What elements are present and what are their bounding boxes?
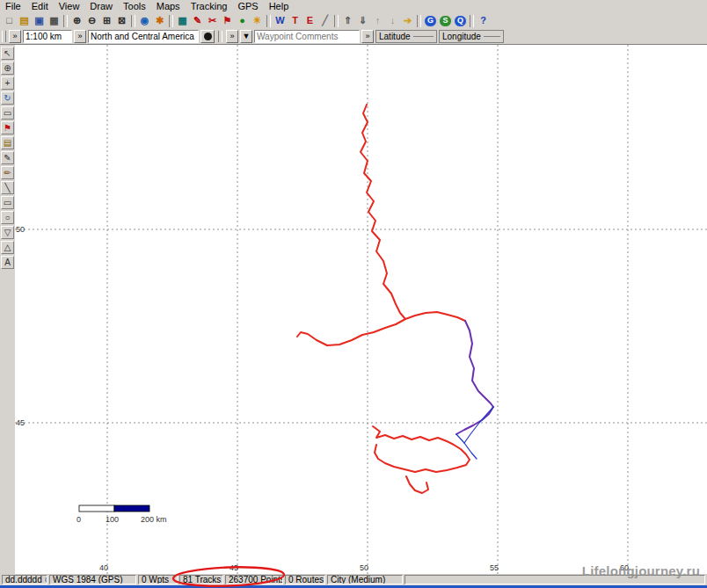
status-position-label: dd.ddddd: [5, 576, 42, 584]
status-datum: WGS 1984 (GPS): [49, 575, 136, 584]
new-map-button[interactable]: □: [2, 13, 17, 28]
waypoint-find-button[interactable]: »: [361, 30, 374, 43]
status-waypoints: 0 Wpts: [138, 575, 178, 584]
brightness-button[interactable]: ☀: [250, 13, 265, 28]
track-download-button[interactable]: ↓: [385, 13, 400, 28]
status-routes: 0 Routes: [285, 575, 325, 584]
ellipse-tool-button[interactable]: ○: [1, 211, 14, 224]
map-area[interactable]: 404550556050450100200 km: [15, 44, 707, 575]
track-cut-button[interactable]: ✂: [205, 13, 220, 28]
show-map-eye-button[interactable]: ◉: [137, 13, 152, 28]
gps-track-red-south-hook: [406, 476, 428, 493]
waypoint-overflow-button[interactable]: »: [226, 30, 238, 43]
menu-bar: FileEditViewDrawToolsMapsTrackingGPSHelp: [0, 0, 707, 12]
longitude-box[interactable]: Longitude: [439, 30, 504, 43]
zoom-full-button[interactable]: ⊠: [114, 13, 129, 28]
gps-track-purple-to-cluster: [456, 407, 493, 434]
menu-tracking[interactable]: Tracking: [186, 0, 233, 12]
web-link-s-button[interactable]: S: [439, 15, 452, 27]
help-button[interactable]: ?: [476, 13, 491, 28]
watermark: Lifelongjourney.ru: [582, 563, 700, 578]
moving-map-button[interactable]: ➔: [400, 13, 415, 28]
waypoint-list-button[interactable]: W: [273, 13, 288, 28]
status-map-detail-label: City (Medium): [331, 576, 385, 584]
gps-track-purple-east: [465, 321, 493, 407]
status-waypoints-label: 0 Wpts: [142, 576, 169, 584]
select-region-button[interactable]: ▭: [1, 106, 14, 120]
web-link-g-button[interactable]: G: [424, 15, 437, 27]
longitude-label: Longitude: [442, 32, 481, 41]
nav-toolbar: » » » ▼ » Latitude Longitude: [0, 29, 707, 44]
scalebar-segment-1: [79, 505, 114, 512]
ruler-button[interactable]: ╱: [317, 13, 332, 28]
toolbar-separator: [266, 15, 271, 27]
pencil-tool-button[interactable]: ✎: [1, 151, 14, 164]
latitude-box[interactable]: Latitude: [375, 30, 437, 43]
layers-button[interactable]: ▤: [1, 136, 14, 149]
map-name-input[interactable]: [88, 30, 199, 43]
refresh-map-button[interactable]: ↻: [1, 91, 14, 105]
event-list-button[interactable]: E: [302, 13, 317, 28]
status-routes-label: 0 Routes: [288, 576, 324, 584]
route-flag-button[interactable]: ⚑: [220, 13, 235, 28]
open-file-button[interactable]: ▤: [17, 13, 32, 28]
toolbar-separator: [63, 15, 68, 27]
waypoint-dropdown-button[interactable]: ▼: [240, 30, 252, 43]
waypoint-comments-input[interactable]: [254, 30, 360, 43]
text-tool-button[interactable]: A: [1, 256, 14, 269]
rectangle-tool-button[interactable]: ▭: [1, 196, 14, 209]
axis-label-x: 50: [360, 563, 368, 572]
axis-label-x: 45: [230, 563, 238, 572]
print-button[interactable]: ▦: [47, 13, 62, 28]
status-tracks: 81 Tracks: [179, 575, 223, 584]
pointer-tool-button[interactable]: ↖: [1, 47, 14, 60]
gps-track-red-east-branch: [405, 312, 465, 321]
menu-gps[interactable]: GPS: [232, 0, 263, 12]
track-ok-button[interactable]: ●: [235, 13, 250, 28]
status-position: dd.ddddd◍: [2, 575, 47, 584]
pan-tool-button[interactable]: +: [1, 76, 14, 90]
track-edit-button[interactable]: ✎: [190, 13, 205, 28]
gps-download-button[interactable]: ⇓: [355, 13, 370, 28]
menu-tools[interactable]: Tools: [118, 0, 151, 12]
menu-draw[interactable]: Draw: [84, 0, 118, 12]
axis-label-y: 45: [16, 418, 25, 427]
menu-edit[interactable]: Edit: [26, 0, 54, 12]
toolbar-grip[interactable]: [2, 31, 6, 42]
axis-label-x: 55: [490, 563, 499, 572]
gps-track-blue-2: [456, 434, 464, 443]
find-map-button[interactable]: [200, 30, 215, 43]
zoom-overflow-button[interactable]: »: [9, 30, 21, 43]
menu-file[interactable]: File: [0, 0, 26, 12]
gps-upload-button[interactable]: ⇑: [340, 13, 355, 28]
map-overflow-button[interactable]: »: [74, 30, 86, 43]
zoom-level-input[interactable]: [23, 30, 72, 43]
show-points-button[interactable]: ✱: [152, 13, 167, 28]
save-button[interactable]: ▣: [32, 13, 47, 28]
menu-help[interactable]: Help: [264, 0, 295, 12]
line-tool-button[interactable]: ╲: [1, 181, 14, 194]
map-grid-button[interactable]: ▦: [175, 13, 190, 28]
map-canvas[interactable]: 404550556050450100200 km: [15, 45, 707, 575]
zoom-window-button[interactable]: ⊞: [99, 13, 114, 28]
zoom-in-button[interactable]: ⊕: [69, 13, 84, 28]
globe-icon: ◍: [45, 576, 47, 584]
gps-track-red-west-branch: [297, 319, 405, 345]
triangle-tool-button[interactable]: △: [1, 241, 14, 254]
scalebar-label: 100: [106, 515, 119, 524]
zoom-out-button[interactable]: ⊖: [84, 13, 99, 28]
scalebar-segment-2: [114, 505, 149, 512]
text-label-button[interactable]: T: [288, 13, 302, 28]
menu-maps[interactable]: Maps: [151, 0, 186, 12]
brush-tool-button[interactable]: ✏: [1, 166, 14, 179]
nav-toolbar-separator: [218, 31, 222, 42]
toolbar-separator: [334, 15, 339, 27]
latitude-label: Latitude: [379, 32, 411, 41]
toolbar-separator: [470, 15, 474, 27]
track-upload-button[interactable]: ↑: [370, 13, 385, 28]
menu-view[interactable]: View: [54, 0, 85, 12]
web-link-q-button[interactable]: Q: [454, 15, 467, 27]
zoom-tool-button[interactable]: ⊕: [1, 62, 14, 75]
waypoint-tool-button[interactable]: ⚑: [1, 121, 14, 134]
polygon-tool-button[interactable]: ▽: [1, 226, 14, 239]
